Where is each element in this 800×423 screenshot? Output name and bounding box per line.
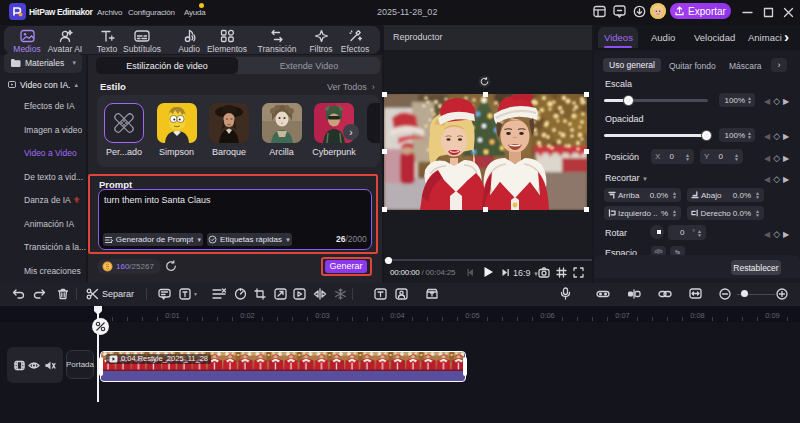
svg-text:0:04: 0:04 bbox=[390, 311, 405, 320]
svg-text:0:05: 0:05 bbox=[465, 311, 480, 320]
svg-text:0:07: 0:07 bbox=[615, 311, 630, 320]
svg-text:0:03: 0:03 bbox=[315, 311, 330, 320]
svg-text:0:01: 0:01 bbox=[165, 311, 180, 320]
svg-text:0:02: 0:02 bbox=[240, 311, 255, 320]
svg-text:0:08: 0:08 bbox=[690, 311, 705, 320]
svg-text:0:06: 0:06 bbox=[540, 311, 555, 320]
svg-text:0:09: 0:09 bbox=[765, 311, 780, 320]
